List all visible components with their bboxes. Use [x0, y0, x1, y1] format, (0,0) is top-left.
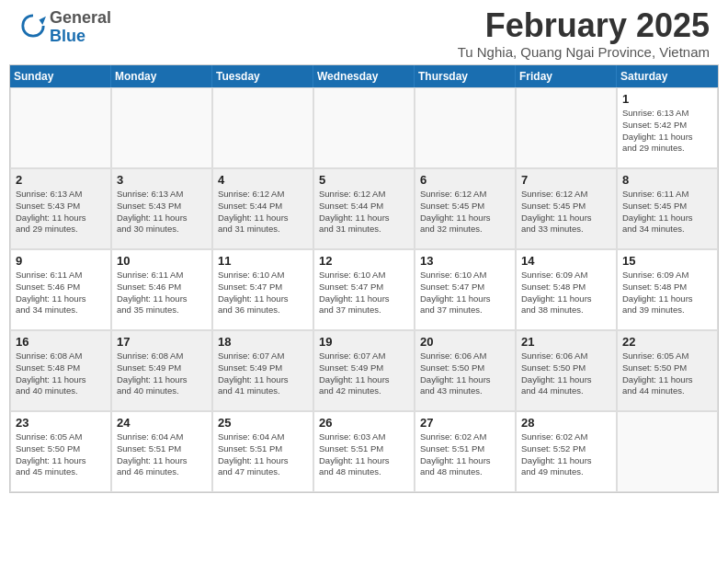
day-info: Sunrise: 6:02 AM Sunset: 5:52 PM Dayligh…: [521, 431, 611, 478]
day-number: 1: [622, 92, 712, 106]
day-number: 14: [521, 254, 611, 268]
day-info: Sunrise: 6:06 AM Sunset: 5:50 PM Dayligh…: [521, 350, 611, 397]
day-number: 5: [319, 173, 409, 187]
logo-general-text: General: [50, 8, 111, 27]
logo: General Blue: [18, 9, 111, 46]
calendar-header: SundayMondayTuesdayWednesdayThursdayFrid…: [10, 65, 718, 87]
day-number: 4: [218, 173, 308, 187]
cal-cell: [415, 87, 516, 168]
day-number: 23: [16, 416, 106, 430]
day-number: 7: [521, 173, 611, 187]
day-number: 25: [218, 416, 308, 430]
logo-icon: [20, 13, 46, 39]
cal-cell: 13Sunrise: 6:10 AM Sunset: 5:47 PM Dayli…: [415, 249, 516, 330]
logo-blue-text: Blue: [50, 27, 85, 45]
cal-cell: 19Sunrise: 6:07 AM Sunset: 5:49 PM Dayli…: [313, 330, 415, 411]
day-info: Sunrise: 6:12 AM Sunset: 5:45 PM Dayligh…: [420, 189, 510, 236]
day-info: Sunrise: 6:13 AM Sunset: 5:42 PM Dayligh…: [622, 108, 712, 155]
day-number: 6: [420, 173, 510, 187]
header-cell-tuesday: Tuesday: [212, 65, 313, 87]
day-info: Sunrise: 6:11 AM Sunset: 5:46 PM Dayligh…: [16, 270, 106, 316]
day-number: 10: [117, 254, 207, 268]
cal-cell: 16Sunrise: 6:08 AM Sunset: 5:48 PM Dayli…: [10, 330, 111, 411]
day-number: 17: [117, 335, 207, 349]
day-info: Sunrise: 6:11 AM Sunset: 5:46 PM Dayligh…: [117, 270, 207, 316]
calendar-body: 1Sunrise: 6:13 AM Sunset: 5:42 PM Daylig…: [10, 87, 718, 492]
cal-cell: [617, 411, 718, 492]
cal-cell: [10, 87, 111, 168]
header-cell-saturday: Saturday: [617, 65, 718, 87]
cal-cell: 1Sunrise: 6:13 AM Sunset: 5:42 PM Daylig…: [617, 87, 718, 168]
day-number: 18: [218, 335, 308, 349]
cal-cell: 28Sunrise: 6:02 AM Sunset: 5:52 PM Dayli…: [516, 411, 617, 492]
day-number: 28: [521, 416, 611, 430]
day-number: 8: [622, 173, 712, 187]
day-info: Sunrise: 6:12 AM Sunset: 5:44 PM Dayligh…: [218, 189, 308, 236]
day-info: Sunrise: 6:06 AM Sunset: 5:50 PM Dayligh…: [420, 350, 510, 397]
day-number: 19: [319, 335, 409, 349]
cal-cell: 2Sunrise: 6:13 AM Sunset: 5:43 PM Daylig…: [10, 168, 111, 249]
day-info: Sunrise: 6:04 AM Sunset: 5:51 PM Dayligh…: [218, 431, 308, 478]
day-number: 12: [319, 254, 409, 268]
day-info: Sunrise: 6:07 AM Sunset: 5:49 PM Dayligh…: [218, 350, 308, 397]
cal-cell: 4Sunrise: 6:12 AM Sunset: 5:44 PM Daylig…: [212, 168, 313, 249]
cal-cell: [212, 87, 313, 168]
location-text: Tu Nghia, Quang Ngai Province, Vietnam: [458, 44, 710, 60]
day-number: 16: [16, 335, 106, 349]
page-container: General Blue February 2025 Tu Nghia, Qua…: [0, 0, 728, 493]
day-info: Sunrise: 6:09 AM Sunset: 5:48 PM Dayligh…: [622, 270, 712, 316]
day-info: Sunrise: 6:03 AM Sunset: 5:51 PM Dayligh…: [319, 431, 409, 478]
day-number: 22: [622, 335, 712, 349]
day-info: Sunrise: 6:11 AM Sunset: 5:45 PM Dayligh…: [622, 189, 712, 236]
day-info: Sunrise: 6:02 AM Sunset: 5:51 PM Dayligh…: [420, 431, 510, 478]
day-number: 3: [117, 173, 207, 187]
cal-cell: 15Sunrise: 6:09 AM Sunset: 5:48 PM Dayli…: [617, 249, 718, 330]
cal-cell: 23Sunrise: 6:05 AM Sunset: 5:50 PM Dayli…: [10, 411, 111, 492]
cal-cell: 24Sunrise: 6:04 AM Sunset: 5:51 PM Dayli…: [111, 411, 212, 492]
cal-cell: [313, 87, 415, 168]
day-number: 21: [521, 335, 611, 349]
cal-cell: 6Sunrise: 6:12 AM Sunset: 5:45 PM Daylig…: [415, 168, 516, 249]
cal-cell: 14Sunrise: 6:09 AM Sunset: 5:48 PM Dayli…: [516, 249, 617, 330]
cal-cell: 5Sunrise: 6:12 AM Sunset: 5:44 PM Daylig…: [313, 168, 415, 249]
cal-cell: 8Sunrise: 6:11 AM Sunset: 5:45 PM Daylig…: [617, 168, 718, 249]
cal-cell: [516, 87, 617, 168]
svg-marker-0: [40, 17, 46, 25]
day-info: Sunrise: 6:10 AM Sunset: 5:47 PM Dayligh…: [319, 270, 409, 316]
day-info: Sunrise: 6:09 AM Sunset: 5:48 PM Dayligh…: [521, 270, 611, 316]
day-number: 15: [622, 254, 712, 268]
header-cell-friday: Friday: [516, 65, 617, 87]
cal-cell: 12Sunrise: 6:10 AM Sunset: 5:47 PM Dayli…: [313, 249, 415, 330]
header-cell-monday: Monday: [111, 65, 212, 87]
cal-cell: 26Sunrise: 6:03 AM Sunset: 5:51 PM Dayli…: [313, 411, 415, 492]
cal-cell: 21Sunrise: 6:06 AM Sunset: 5:50 PM Dayli…: [516, 330, 617, 411]
day-info: Sunrise: 6:12 AM Sunset: 5:44 PM Dayligh…: [319, 189, 409, 236]
month-title: February 2025: [458, 9, 710, 42]
day-info: Sunrise: 6:04 AM Sunset: 5:51 PM Dayligh…: [117, 431, 207, 478]
day-info: Sunrise: 6:07 AM Sunset: 5:49 PM Dayligh…: [319, 350, 409, 397]
header-cell-wednesday: Wednesday: [313, 65, 415, 87]
page-header: General Blue February 2025 Tu Nghia, Qua…: [0, 0, 728, 64]
day-info: Sunrise: 6:12 AM Sunset: 5:45 PM Dayligh…: [521, 189, 611, 236]
day-info: Sunrise: 6:08 AM Sunset: 5:49 PM Dayligh…: [117, 350, 207, 397]
cal-cell: 18Sunrise: 6:07 AM Sunset: 5:49 PM Dayli…: [212, 330, 313, 411]
day-number: 11: [218, 254, 308, 268]
cal-cell: 11Sunrise: 6:10 AM Sunset: 5:47 PM Dayli…: [212, 249, 313, 330]
day-number: 24: [117, 416, 207, 430]
header-cell-sunday: Sunday: [10, 65, 111, 87]
cal-cell: 20Sunrise: 6:06 AM Sunset: 5:50 PM Dayli…: [415, 330, 516, 411]
day-info: Sunrise: 6:13 AM Sunset: 5:43 PM Dayligh…: [16, 189, 106, 236]
title-block: February 2025 Tu Nghia, Quang Ngai Provi…: [458, 9, 710, 60]
day-number: 26: [319, 416, 409, 430]
day-info: Sunrise: 6:08 AM Sunset: 5:48 PM Dayligh…: [16, 350, 106, 397]
cal-cell: 25Sunrise: 6:04 AM Sunset: 5:51 PM Dayli…: [212, 411, 313, 492]
day-info: Sunrise: 6:10 AM Sunset: 5:47 PM Dayligh…: [420, 270, 510, 316]
day-number: 27: [420, 416, 510, 430]
cal-cell: 22Sunrise: 6:05 AM Sunset: 5:50 PM Dayli…: [617, 330, 718, 411]
cal-cell: 27Sunrise: 6:02 AM Sunset: 5:51 PM Dayli…: [415, 411, 516, 492]
cal-cell: [111, 87, 212, 168]
cal-cell: 7Sunrise: 6:12 AM Sunset: 5:45 PM Daylig…: [516, 168, 617, 249]
day-info: Sunrise: 6:10 AM Sunset: 5:47 PM Dayligh…: [218, 270, 308, 316]
day-number: 9: [16, 254, 106, 268]
day-number: 2: [16, 173, 106, 187]
